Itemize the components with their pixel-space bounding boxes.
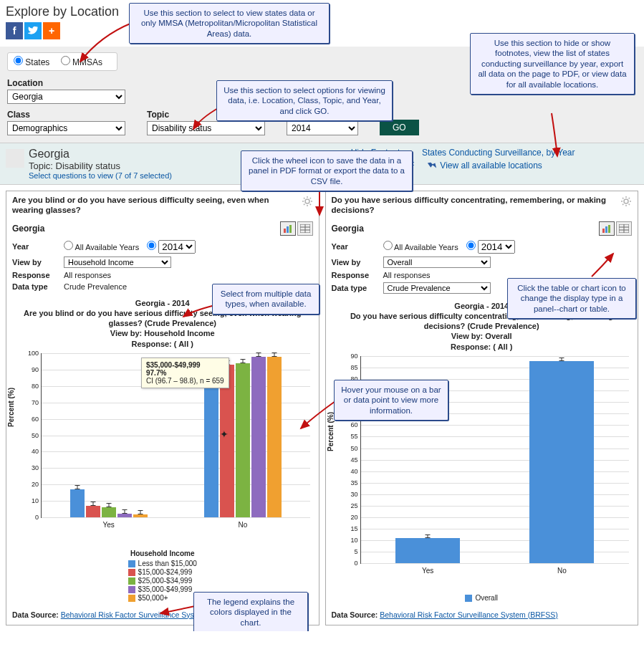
response-label: Response <box>12 271 64 279</box>
single-year-radio[interactable]: 2014 <box>466 243 515 251</box>
svg-rect-4 <box>287 226 289 233</box>
scope-states-label: States <box>25 57 49 67</box>
callout-hover: Hover your mouse on a bar or data point … <box>334 380 448 421</box>
year-option-label: Year <box>12 242 64 251</box>
svg-point-10 <box>624 199 628 203</box>
panel-year-select[interactable]: 2014 <box>158 240 196 254</box>
scope-radio-states[interactable]: States <box>14 57 49 67</box>
panel-question: Do you have serious difficulty concentra… <box>332 196 618 216</box>
viewby-select[interactable]: Overall <box>383 256 491 268</box>
chart-view-button[interactable] <box>599 221 615 236</box>
chart-left: Percent (%) 0102030405060708090100YesNo … <box>12 353 313 532</box>
class-label: Class <box>7 110 125 120</box>
legend-title: Household Income <box>12 550 313 557</box>
go-button[interactable]: GO <box>380 120 419 135</box>
callout-datatypes: Select from multiple data types, when av… <box>212 284 319 315</box>
response-value: All responses <box>64 271 111 279</box>
svg-rect-5 <box>289 225 292 233</box>
callout-scope: Use this section to select to view state… <box>129 3 330 44</box>
facebook-share-button[interactable]: f <box>6 22 23 39</box>
context-topic: Topic: Disability status <box>29 160 172 171</box>
chart-title-line: View by: Household Income <box>12 328 313 338</box>
svg-point-2 <box>305 199 309 203</box>
datatype-label: Data type <box>12 282 64 291</box>
viewby-select[interactable]: Household Income <box>64 256 171 268</box>
callout-filters: Use this section to select options for v… <box>216 80 393 121</box>
gear-icon[interactable] <box>302 196 313 207</box>
all-years-radio[interactable]: All Available Years <box>383 243 458 251</box>
chart-view-button[interactable] <box>280 221 296 236</box>
panel-question: Are you blind or do you have serious dif… <box>12 196 299 216</box>
datatype-value: Crude Prevalence <box>64 282 127 291</box>
chart-title-line: Response: ( All ) <box>12 339 313 349</box>
panel-state: Georgia <box>12 224 280 234</box>
viewby-label: View by <box>332 258 383 267</box>
map-icon <box>427 160 437 171</box>
class-select[interactable]: Demographics <box>7 121 125 135</box>
response-value: All responses <box>383 271 431 279</box>
select-questions-link[interactable]: Select questions to view (7 of 7 selecte… <box>29 171 172 180</box>
chart-title-line: Response: ( All ) <box>332 342 633 352</box>
svg-rect-3 <box>284 229 286 233</box>
data-source: Data Source: Behavioral Risk Factor Surv… <box>332 610 633 619</box>
view-all-locations-link[interactable]: View all available locations <box>427 160 542 171</box>
chart-legend: Overall <box>332 594 633 603</box>
scope-mmsas-label: MMSAs <box>72 57 102 67</box>
twitter-share-button[interactable] <box>24 22 42 39</box>
year-option-label: Year <box>332 242 383 251</box>
y-axis-label: Percent (%) <box>326 412 334 451</box>
panel-left: Are you blind or do you have serious dif… <box>6 191 319 625</box>
callout-legend: The legend explains the colors displayed… <box>193 592 308 631</box>
context-state: Georgia <box>29 148 172 160</box>
datatype-select[interactable]: Crude Prevalence <box>383 282 491 294</box>
svg-rect-12 <box>605 226 607 233</box>
svg-rect-11 <box>602 229 605 233</box>
cursor-icon: ✦ <box>220 428 229 440</box>
surveillance-link[interactable]: States Conducting Surveillance, by Year <box>422 148 575 158</box>
share-more-button[interactable]: + <box>43 22 60 39</box>
location-select[interactable]: Georgia <box>7 90 125 104</box>
response-label: Response <box>332 271 383 279</box>
datatype-label: Data type <box>332 284 383 292</box>
all-years-radio[interactable]: All Available Years <box>64 243 139 251</box>
panel-year-select[interactable]: 2014 <box>478 240 515 254</box>
svg-rect-13 <box>608 225 610 233</box>
chart-tooltip: $35,000-$49,999 97.7% CI (96.7 – 98.8), … <box>141 358 229 388</box>
state-outline-icon <box>6 149 24 168</box>
year-select[interactable]: 2014 <box>287 121 358 135</box>
callout-ctx-right: Use this section to hide or show footnot… <box>470 33 635 95</box>
table-view-button[interactable] <box>297 221 313 236</box>
table-view-button[interactable] <box>616 221 632 236</box>
viewby-label: View by <box>12 258 64 267</box>
callout-toggle: Click the table or chart icon to change … <box>507 278 636 319</box>
scope-radio-group: States MMSAs <box>7 52 117 71</box>
scope-radio-mmsas[interactable]: MMSAs <box>61 57 102 67</box>
gear-icon[interactable] <box>620 196 632 207</box>
topic-select[interactable]: Disability status <box>147 121 265 135</box>
y-axis-label: Percent (%) <box>7 388 15 427</box>
location-label: Location <box>7 78 125 88</box>
chart-title-line: View by: Overall <box>332 331 633 341</box>
single-year-radio[interactable]: 2014 <box>147 243 196 251</box>
datasource-link[interactable]: Behavioral Risk Factor Surveillance Syst… <box>380 610 558 619</box>
panel-state: Georgia <box>332 224 600 234</box>
callout-wheel: Click the wheel icon to save the data in… <box>241 150 413 191</box>
